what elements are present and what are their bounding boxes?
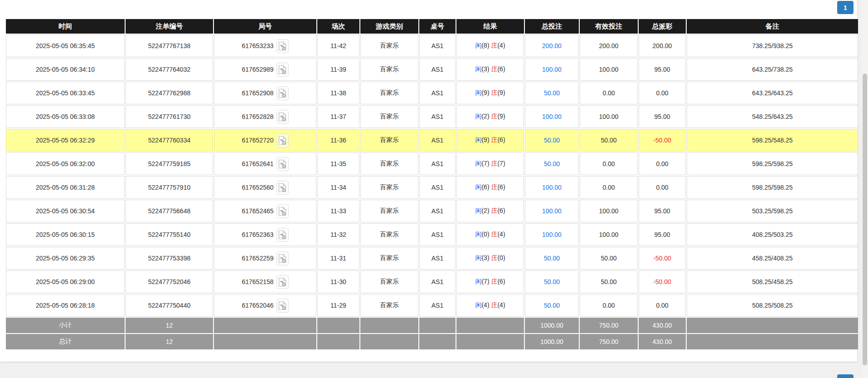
totals-count: 12 xyxy=(126,334,213,349)
cell-total-bet: 50.00 xyxy=(525,82,579,104)
cell-round: 617652259 xyxy=(214,247,316,270)
cell-total-bet: 100.00 xyxy=(525,105,579,128)
cell-game-type: 百家乐 xyxy=(360,129,418,152)
cell-table-no: AS1 xyxy=(419,105,456,128)
cell-bet-id: 522477764032 xyxy=(126,58,213,81)
cell-total-bet: 50.00 xyxy=(525,152,579,175)
cell-time: 2025-05-05 06:32:29 xyxy=(6,129,125,152)
cell-round: 617652989 xyxy=(214,58,316,81)
total-bet-link[interactable]: 50.00 xyxy=(544,160,560,167)
round-number: 617652560 xyxy=(242,184,273,191)
cell-session: 11-33 xyxy=(317,200,359,222)
col-header-time: 时间 xyxy=(6,19,125,34)
total-bet-link[interactable]: 50.00 xyxy=(544,302,560,309)
totals-remark-empty xyxy=(687,318,858,333)
page-scrollbar-thumb[interactable] xyxy=(863,74,867,365)
col-header-valid-bet: 有效投注 xyxy=(580,19,638,34)
total-bet-link[interactable]: 100.00 xyxy=(542,66,562,73)
cell-remark: 503.25/598.25 xyxy=(687,200,858,222)
cell-remark: 643.25/643.25 xyxy=(687,82,858,104)
cell-bet-id: 522477757910 xyxy=(126,176,213,199)
video-replay-button[interactable] xyxy=(276,110,289,124)
video-replay-button[interactable] xyxy=(276,63,289,77)
video-replay-button[interactable] xyxy=(276,275,289,289)
round-number: 617652259 xyxy=(242,255,273,262)
round-number: 617652828 xyxy=(242,113,273,120)
video-replay-button[interactable] xyxy=(276,299,289,313)
video-replay-button[interactable] xyxy=(276,251,289,265)
player-result: 闲 xyxy=(475,136,481,143)
table-header: 时间 注单编号 局号 场次 游戏类别 桌号 结果 总投注 有效投注 总派彩 备注 xyxy=(6,19,858,34)
player-result: 闲 xyxy=(475,42,481,49)
cell-table-no: AS1 xyxy=(419,270,456,293)
cell-total-bet: 200.00 xyxy=(525,34,579,57)
video-replay-button[interactable] xyxy=(276,133,289,147)
total-bet-link[interactable]: 50.00 xyxy=(544,278,560,285)
totals-game-empty xyxy=(360,318,418,333)
cell-remark: 598.25/598.25 xyxy=(687,176,858,199)
cell-valid-bet: 100.00 xyxy=(580,105,638,128)
round-number: 617652908 xyxy=(242,89,273,97)
cell-total-bet: 50.00 xyxy=(525,294,579,317)
cell-game-type: 百家乐 xyxy=(360,58,418,81)
cell-result: 闲(7) 庄(7) xyxy=(456,152,524,175)
total-bet-link[interactable]: 50.00 xyxy=(544,137,560,144)
video-replay-button[interactable] xyxy=(276,157,289,171)
cell-result: 闲(4) 庄(4) xyxy=(456,294,524,317)
totals-result-empty xyxy=(456,318,524,333)
total-bet-link[interactable]: 100.00 xyxy=(542,184,562,191)
page-scrollbar-track[interactable] xyxy=(862,0,868,378)
round-number: 617652720 xyxy=(242,137,273,144)
cell-total-bet: 100.00 xyxy=(525,223,579,246)
cell-total-payout: 95.00 xyxy=(639,200,686,222)
video-file-icon xyxy=(278,230,286,240)
cell-bet-id: 522477755140 xyxy=(126,223,213,246)
cell-bet-id: 522477760334 xyxy=(126,129,213,152)
cell-total-payout: 95.00 xyxy=(639,58,686,81)
cell-valid-bet: 50.00 xyxy=(580,270,638,293)
cell-result: 闲(2) 庄(9) xyxy=(456,105,524,128)
bet-record-row: 2025-05-05 06:33:45522477762988617652908… xyxy=(6,82,858,104)
cell-total-payout: 0.00 xyxy=(639,176,686,199)
total-bet-link[interactable]: 200.00 xyxy=(542,42,562,49)
video-replay-button[interactable] xyxy=(276,39,289,53)
totals-table-empty xyxy=(419,318,456,333)
pagination-page-1-bottom[interactable]: 1 xyxy=(837,374,853,378)
cell-time: 2025-05-05 06:28:18 xyxy=(6,294,125,317)
total-bet-link[interactable]: 100.00 xyxy=(542,231,562,238)
totals-session-empty xyxy=(317,318,359,333)
cell-total-payout: 0.00 xyxy=(639,294,686,317)
cell-valid-bet: 0.00 xyxy=(580,152,638,175)
video-file-icon xyxy=(278,88,286,98)
pagination-page-1-top[interactable]: 1 xyxy=(837,1,853,14)
cell-round: 617652158 xyxy=(214,270,316,293)
cell-table-no: AS1 xyxy=(419,129,456,152)
total-bet-link[interactable]: 100.00 xyxy=(542,207,562,215)
video-replay-button[interactable] xyxy=(276,181,289,195)
totals-result-empty xyxy=(456,334,524,349)
cell-bet-id: 522477756648 xyxy=(126,200,213,222)
cell-total-bet: 100.00 xyxy=(525,176,579,199)
video-replay-button[interactable] xyxy=(276,228,289,242)
bet-record-row: 2025-05-05 06:32:29522477760334617652720… xyxy=(6,129,858,152)
cell-result: 闲(2) 庄(6) xyxy=(456,200,524,222)
cell-total-payout: -50.00 xyxy=(639,270,686,293)
banker-result: 庄 xyxy=(491,301,497,309)
col-header-round: 局号 xyxy=(214,19,316,34)
cell-total-payout: 95.00 xyxy=(639,105,686,128)
cell-total-payout: -50.00 xyxy=(639,129,686,152)
total-bet-link[interactable]: 50.00 xyxy=(544,89,560,97)
cell-remark: 598.25/598.25 xyxy=(687,152,858,175)
cell-round: 617652560 xyxy=(214,176,316,199)
total-bet-link[interactable]: 100.00 xyxy=(542,113,562,120)
cell-session: 11-34 xyxy=(317,176,359,199)
player-result: 闲 xyxy=(475,207,481,214)
cell-game-type: 百家乐 xyxy=(360,270,418,293)
totals-count: 12 xyxy=(126,318,213,333)
grand-total-row: 总计121000.00750.00430.00 xyxy=(6,334,858,349)
video-replay-button[interactable] xyxy=(276,204,289,218)
total-bet-link[interactable]: 50.00 xyxy=(544,255,560,262)
video-replay-button[interactable] xyxy=(276,86,289,100)
video-file-icon xyxy=(278,183,286,192)
cell-valid-bet: 50.00 xyxy=(580,247,638,270)
